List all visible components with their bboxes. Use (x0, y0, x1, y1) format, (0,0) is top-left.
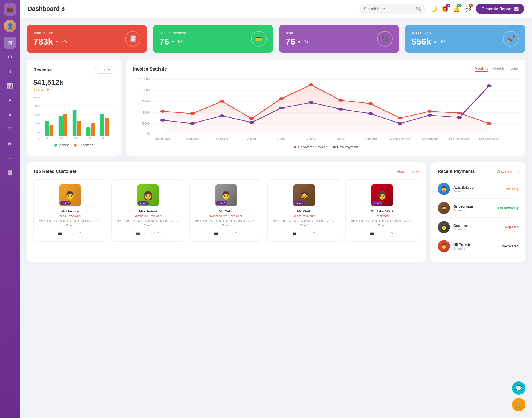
social-icons-1: 📷 f 𝕏 (134, 230, 162, 237)
svg-text:November: November (449, 137, 470, 140)
main-content: Dashboard 8 🔍 🌙 🎁 2 🔔 12 💬 5 Generate Re… (20, 0, 532, 418)
payment-status-3: Recovered (502, 244, 519, 248)
recovered-legend-dot (294, 146, 296, 148)
instagram-icon-0[interactable]: 📷 (57, 230, 64, 237)
svg-text:800: 800 (142, 89, 150, 92)
sidebar-item-settings[interactable]: ⚙ (4, 51, 16, 63)
message-badge: 5 (469, 4, 473, 7)
support-float-button[interactable]: 💬 (512, 381, 525, 395)
sidebar-item-analytics[interactable]: 📊 (4, 80, 16, 92)
customer-name-1: Mrs.Asima (139, 209, 157, 213)
svg-point-40 (219, 100, 224, 103)
instagram-icon-2[interactable]: 📷 (213, 230, 220, 237)
list-item: 👨 Uli Trumb 24 Years Recovered (438, 237, 519, 256)
sidebar-item-info[interactable]: ℹ (4, 65, 16, 78)
generate-report-button[interactable]: Generate Report 📈 (476, 4, 524, 14)
instagram-icon-1[interactable]: 📷 (134, 230, 142, 237)
sidebar-item-document[interactable]: 📋 (4, 166, 16, 178)
svg-rect-20 (105, 118, 109, 136)
payment-age-1: 24 Years (453, 209, 495, 212)
charts-row: Revenue 2023 ▾ $41,512k $25,612k (27, 60, 525, 156)
payment-name-1: Griezerman (453, 204, 495, 209)
stat-label-payment: Secure Payment (159, 31, 186, 35)
svg-point-56 (338, 108, 343, 111)
notification-badge: 12 (457, 4, 462, 7)
tab-monthly[interactable]: Monthly (475, 66, 488, 72)
payment-status-1: On Recovery (498, 206, 519, 210)
income-legend-dot (54, 144, 57, 147)
tab-weekly[interactable]: Weekly (493, 66, 505, 72)
facebook-icon-3[interactable]: f (301, 230, 308, 237)
twitter-icon-3[interactable]: 𝕏 (311, 230, 318, 237)
svg-point-41 (249, 117, 254, 120)
facebook-icon-1[interactable]: f (144, 230, 152, 237)
svg-text:January: January (155, 137, 171, 140)
facebook-icon-0[interactable]: f (66, 230, 74, 237)
revenue-chart-card: Revenue 2023 ▾ $41,512k $25,612k (27, 60, 121, 156)
facebook-icon-2[interactable]: f (222, 230, 230, 237)
svg-text:1000: 1000 (34, 97, 40, 98)
svg-point-49 (487, 122, 492, 125)
svg-point-57 (368, 112, 373, 115)
payments-view-more[interactable]: View more >> (497, 170, 519, 174)
search-input[interactable] (364, 7, 414, 11)
instagram-icon-3[interactable]: 📷 (291, 230, 298, 237)
svg-point-61 (487, 84, 492, 87)
twitter-icon-0[interactable]: 𝕏 (76, 230, 84, 237)
customer-avatar-1: 👩 ★ 4.2 (137, 184, 159, 206)
header: Dashboard 8 🔍 🌙 🎁 2 🔔 12 💬 5 Generate Re… (20, 0, 532, 18)
svg-text:800: 800 (35, 104, 40, 107)
new-payment-legend-dot (333, 146, 336, 148)
revenue-bar-chart: 1000 800 600 400 200 0 (33, 97, 114, 141)
stat-card-payment: Secure Payment 76 ▼ -4% 💳 (153, 25, 273, 53)
svg-point-53 (249, 121, 254, 124)
list-item: 👩 ★ 4.2 Mr.John Wick Freelancer 795 Fols… (345, 179, 419, 242)
svg-text:March: March (216, 137, 228, 140)
sidebar-item-heart2[interactable]: ♡ (4, 123, 16, 135)
payment-avatar-1: 🧔 (438, 202, 450, 214)
stat-trend-promotion: ▲ +4% (433, 40, 445, 44)
stat-value-promotion: $56k (411, 37, 431, 47)
floating-buttons: 💬 🛒 (512, 381, 525, 411)
payment-avatar-3: 👨 (438, 240, 450, 252)
svg-text:October: October (422, 137, 438, 140)
sidebar-item-heart[interactable]: ♥ (4, 109, 16, 121)
svg-text:December: December (479, 137, 500, 140)
twitter-icon-4[interactable]: 𝕏 (388, 230, 396, 237)
facebook-icon-4[interactable]: f (378, 230, 386, 237)
stat-value-payment: 76 (159, 37, 169, 47)
sidebar-item-dashboard[interactable]: ⊞ (4, 37, 16, 49)
sidebar-item-favorites[interactable]: ★ (4, 94, 16, 106)
stat-label-invoice: Total invoice (33, 31, 67, 35)
tab-today[interactable]: Today (509, 66, 519, 72)
year-selector[interactable]: 2023 ▾ (94, 66, 114, 74)
svg-rect-19 (100, 114, 104, 136)
twitter-icon-2[interactable]: 𝕏 (232, 230, 240, 237)
social-icons-0: 📷 f 𝕏 (57, 230, 84, 237)
stat-label-promotion: Total Promotion (411, 31, 445, 35)
customer-address-1: 795 Folsom Ave, Suite 600 San Francisco,… (114, 219, 182, 227)
cart-float-button[interactable]: 🛒 (512, 398, 525, 411)
svg-rect-14 (63, 114, 67, 136)
svg-text:10: 10 (102, 137, 104, 139)
search-bar[interactable]: 🔍 (359, 4, 426, 14)
rating-badge-1: ★ 4.2 (138, 201, 149, 205)
svg-point-58 (398, 122, 403, 125)
sidebar-item-menu[interactable]: ≡ (4, 152, 16, 164)
svg-text:0: 0 (147, 132, 150, 135)
twitter-icon-1[interactable]: 𝕏 (154, 230, 162, 237)
customer-role-0: React Developer (59, 214, 81, 217)
chart-icon: 📈 (514, 7, 519, 11)
customers-view-more[interactable]: View more >> (397, 170, 419, 174)
user-avatar[interactable]: 👤 (4, 20, 16, 32)
generate-report-label: Generate Report (481, 7, 512, 11)
dark-mode-toggle[interactable]: 🌙 (430, 6, 437, 12)
svg-point-42 (279, 97, 284, 100)
svg-rect-17 (86, 127, 91, 136)
sidebar-item-print[interactable]: 🖨 (4, 137, 16, 150)
notification-icon-btn[interactable]: 🔔 12 (453, 6, 460, 12)
social-icons-2: 📷 f 𝕏 (213, 230, 240, 237)
gift-icon-btn[interactable]: 🎁 2 (442, 6, 449, 12)
instagram-icon-4[interactable]: 📷 (369, 230, 376, 237)
message-icon-btn[interactable]: 💬 5 (464, 6, 471, 12)
